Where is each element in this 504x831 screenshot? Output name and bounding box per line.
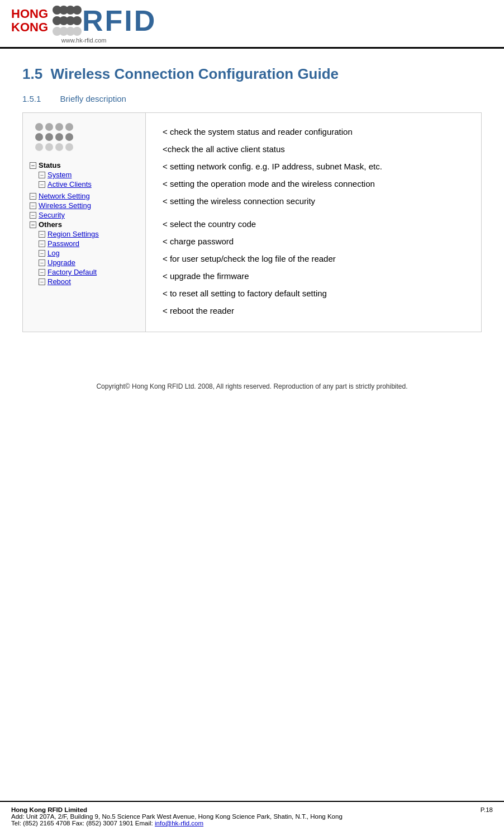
right-line8: < for user setup/check the log file of t… xyxy=(163,251,464,266)
right-line3: < setting network config. e.g. IP addres… xyxy=(163,159,464,174)
subsection-header: 1.5.1 Briefly description xyxy=(22,94,482,103)
footer-copyright: Copyright© Hong Kong RFID Ltd. 2008, All… xyxy=(22,377,482,396)
menu-active-clients[interactable]: − Active Clients xyxy=(39,180,139,188)
security-link[interactable]: Security xyxy=(39,211,65,219)
minus-icon-security: − xyxy=(30,212,36,219)
minus-icon-others: − xyxy=(30,221,36,228)
menu-others-section: − Others − Region Settings − Password − … xyxy=(30,220,139,286)
logo-dots xyxy=(53,6,78,36)
minus-icon-log: − xyxy=(39,250,45,257)
logo-left: HONG KONG RFID www.hk-rfid.com xyxy=(11,6,156,44)
minus-icon-active-clients: − xyxy=(39,181,45,188)
right-line5: < setting the wireless connection securi… xyxy=(163,193,464,209)
hk-text: HONG KONG xyxy=(11,7,48,34)
footer-email-link[interactable]: info@hk-rfid.com xyxy=(155,820,203,827)
logo-url: www.hk-rfid.com xyxy=(11,37,156,44)
right-line6: < select the country code xyxy=(163,216,464,232)
menu-status-section: − Status − System − Active Clients xyxy=(30,161,139,188)
menu-wireless-setting[interactable]: − Wireless Setting xyxy=(30,201,139,210)
right-line1: < check the system status and reader con… xyxy=(163,124,464,139)
page-number: P.18 xyxy=(481,806,493,813)
menu-network-setting[interactable]: − Network Setting xyxy=(30,192,139,200)
minus-icon-upgrade: − xyxy=(39,259,45,266)
reboot-link[interactable]: Reboot xyxy=(47,277,71,286)
menu-log[interactable]: − Log xyxy=(39,249,139,257)
minus-icon-wireless: − xyxy=(30,202,36,209)
menu-region-settings[interactable]: − Region Settings xyxy=(39,230,139,238)
page-header: HONG KONG RFID www.hk-rfid.com xyxy=(0,0,504,49)
menu-reboot[interactable]: − Reboot xyxy=(39,277,139,286)
main-content: 1.5 Wireless Connection Configuration Gu… xyxy=(0,49,504,407)
footer-bar: Hong Kong RFID Limited P.18 Add: Unit 20… xyxy=(0,801,504,831)
upgrade-link[interactable]: Upgrade xyxy=(47,258,75,267)
minus-icon-status: − xyxy=(30,162,36,169)
menu-password[interactable]: − Password xyxy=(39,239,139,248)
minus-icon-system: − xyxy=(39,172,45,178)
menu-security[interactable]: − Security xyxy=(30,211,139,219)
minus-icon-reboot: − xyxy=(39,278,45,285)
minus-icon-factory: − xyxy=(39,269,45,276)
right-panel: < check the system status and reader con… xyxy=(146,113,481,332)
content-box: − Status − System − Active Clients − xyxy=(22,112,482,332)
wireless-setting-link[interactable]: Wireless Setting xyxy=(39,201,91,210)
footer-address: Add: Unit 207A, 2/F, Building 9, No.5 Sc… xyxy=(11,813,343,820)
left-panel: − Status − System − Active Clients − xyxy=(23,113,146,332)
right-line2: <check the all active client status xyxy=(163,141,464,157)
network-setting-link[interactable]: Network Setting xyxy=(39,192,90,200)
menu-factory-default[interactable]: − Factory Default xyxy=(39,268,139,276)
right-line4: < setting the operation mode and the wir… xyxy=(163,176,464,191)
active-clients-link[interactable]: Active Clients xyxy=(47,180,92,188)
minus-icon-password: − xyxy=(39,240,45,247)
region-settings-link[interactable]: Region Settings xyxy=(47,230,99,238)
log-link[interactable]: Log xyxy=(47,249,60,257)
minus-icon-network: − xyxy=(30,193,36,200)
menu-upgrade[interactable]: − Upgrade xyxy=(39,258,139,267)
footer-tel-fax: Tel: (852) 2165 4708 Fax: (852) 3007 190… xyxy=(11,820,155,827)
menu-status: − Status xyxy=(30,161,139,169)
rfid-text: RFID xyxy=(82,6,156,35)
decorative-dots xyxy=(35,123,73,151)
system-link[interactable]: System xyxy=(47,171,72,179)
password-link[interactable]: Password xyxy=(47,239,79,248)
menu-system[interactable]: − System xyxy=(39,171,139,179)
menu-others-children: − Region Settings − Password − Log − Upg… xyxy=(39,230,139,286)
footer-company-name: Hong Kong RFID Limited xyxy=(11,806,87,813)
menu-status-children: − System − Active Clients xyxy=(39,171,139,188)
right-line7: < charge password xyxy=(163,234,464,249)
logo-wrapper: HONG KONG RFID www.hk-rfid.com xyxy=(11,6,493,44)
section-title: 1.5 Wireless Connection Configuration Gu… xyxy=(22,65,482,83)
menu-others: − Others xyxy=(30,220,139,229)
right-line10: < to reset all setting to factory defaul… xyxy=(163,286,464,301)
factory-default-link[interactable]: Factory Default xyxy=(47,268,97,276)
right-line11: < reboot the reader xyxy=(163,303,464,318)
minus-icon-region: − xyxy=(39,231,45,238)
right-line9: < upgrade the firmware xyxy=(163,268,464,284)
